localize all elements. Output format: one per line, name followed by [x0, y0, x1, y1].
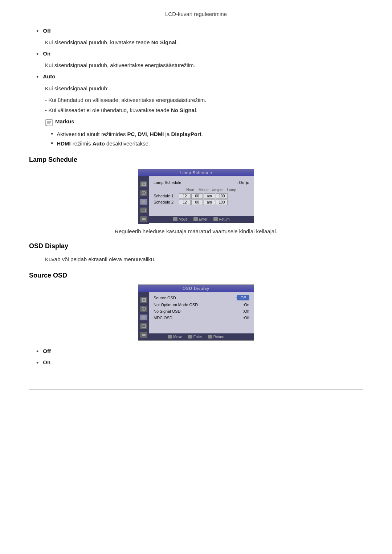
- osd-sidebar-icon-2: [140, 306, 147, 312]
- osd-sidebar-icon-5: [140, 332, 147, 338]
- osd-mdc-row: MDC OSD : Off: [154, 315, 249, 321]
- lamp-sidebar-icon-4: [140, 208, 147, 213]
- lamp-footer-move: Move: [173, 217, 187, 221]
- auto-label: Auto: [43, 73, 55, 80]
- osd-not-optimum-label: Not Optimum Mode OSD: [154, 303, 243, 307]
- lamp-sched2-ampm: am: [204, 200, 215, 205]
- on-description: Kui sisendsignaal puudub, aktiveeritakse…: [45, 61, 363, 70]
- lamp-sched1-min: 00: [191, 193, 203, 199]
- osd-sidebar: [138, 295, 149, 340]
- osd-sidebar-icon-1: [140, 297, 147, 303]
- lamp-content: Lamp Schedule : On ▶ Hour Minute am/pm L…: [149, 176, 254, 216]
- lamp-sched1-hour: 12: [179, 193, 191, 199]
- osd-footer: Move Enter Return: [138, 333, 254, 340]
- off-label-2: Off: [43, 347, 51, 355]
- sub-dot-1: •: [51, 130, 53, 138]
- osd-no-signal-row: No Signal OSD : Off: [154, 308, 249, 315]
- on-label-2: On: [43, 358, 50, 366]
- off-description: Kui sisendsignaal puudub, kuvatakse tead…: [45, 38, 363, 47]
- bullet-dot-auto: •: [36, 73, 38, 82]
- lamp-menu-label: Lamp Schedule: [154, 180, 235, 185]
- auto-dash1: - Kui ühendatud on välisseade, aktiveeri…: [45, 96, 363, 104]
- lamp-sidebar-icon-5: [140, 216, 147, 222]
- osd-enter-label: Enter: [193, 335, 202, 339]
- lamp-desc: Reguleerib heleduse kasutaja määratud vä…: [29, 228, 363, 234]
- osd-title-bar: OSD Display: [138, 285, 254, 292]
- note-title: Märkus: [55, 118, 74, 124]
- lamp-return-icon: [213, 217, 218, 221]
- lamp-sched1-lamp: 100: [216, 193, 228, 199]
- lamp-col-ampm: am/pm: [211, 188, 225, 192]
- page-title: LCD-kuvari reguleerimine: [29, 11, 363, 17]
- lamp-schedule-heading: Lamp Schedule: [29, 156, 363, 164]
- osd-no-signal-value: Off: [244, 309, 249, 313]
- svg-point-16: [142, 316, 146, 319]
- osd-no-signal-label: No Signal OSD: [154, 309, 243, 313]
- osd-content: Source OSD : Off Not Optimum Mode OSD : …: [149, 292, 254, 333]
- lamp-return-label: Return: [219, 217, 230, 221]
- lamp-sidebar-icon-3: [140, 199, 147, 205]
- lamp-sched2-min: 00: [191, 200, 203, 205]
- osd-footer-move: Move: [168, 335, 182, 339]
- lamp-sched2-label: Schedule 2: [154, 200, 179, 204]
- lamp-footer: Move Enter Return: [149, 216, 254, 223]
- osd-screenshot: OSD Display: [138, 284, 254, 341]
- lamp-header-row: Hour Minute am/pm Lamp: [157, 187, 249, 193]
- osd-enter-icon: [188, 335, 192, 338]
- lamp-sched1-ampm: am: [204, 193, 215, 199]
- osd-sidebar-icon-3: [140, 315, 147, 320]
- osd-source-row: Source OSD : Off: [154, 294, 249, 301]
- lamp-sched2-lamp: 100: [216, 200, 228, 205]
- osd-not-optimum-row: Not Optimum Mode OSD : On: [154, 301, 249, 308]
- bullet-auto: • Auto: [36, 73, 363, 82]
- lamp-menu-value: : On: [237, 180, 244, 185]
- lamp-arrow: ▶: [246, 180, 249, 185]
- note-block: Märkus: [45, 118, 363, 127]
- osd-mdc-label: MDC OSD: [154, 316, 243, 320]
- bullet-dot-off: •: [36, 27, 38, 36]
- sub-text-2: HDMI-režiimis Auto desaktiveeritakse.: [57, 140, 150, 148]
- svg-point-8: [142, 200, 146, 204]
- svg-point-5: [143, 183, 145, 185]
- lamp-sidebar: [138, 179, 149, 224]
- on-label: On: [43, 50, 50, 57]
- osd-sidebar-icon-4: [140, 323, 147, 329]
- svg-rect-17: [142, 325, 146, 328]
- bullet-dot-on: •: [36, 50, 38, 59]
- sub-bullet-2: • HDMI-režiimis Auto desaktiveeritakse.: [51, 140, 363, 148]
- off-label: Off: [43, 27, 51, 34]
- lamp-move-icon: [173, 217, 177, 221]
- sub-text-1: Aktiveeritud ainult režiimides PC, DVI, …: [57, 130, 203, 139]
- lamp-screenshot: Lamp Schedule: [138, 169, 254, 223]
- lamp-footer-return: Return: [213, 217, 230, 221]
- osd-return-label: Return: [213, 335, 224, 339]
- sub-bullet-1: • Aktiveeritud ainult režiimides PC, DVI…: [51, 130, 363, 139]
- svg-point-13: [143, 299, 145, 301]
- bullet-off-2: • Off: [36, 347, 363, 356]
- osd-display-heading: OSD Display: [29, 242, 363, 250]
- osd-screenshot-container: OSD Display: [29, 284, 363, 341]
- svg-rect-19: [142, 334, 146, 336]
- bottom-divider: [29, 389, 363, 390]
- lamp-col-hour: Hour: [183, 188, 197, 192]
- lamp-schedule1-row: Schedule 1 12 00 am 100: [154, 193, 249, 199]
- lamp-sidebar-icon-1: [140, 181, 147, 187]
- osd-footer-enter: Enter: [188, 335, 202, 339]
- no-signal-bold-1: No Signal: [151, 39, 176, 45]
- lamp-screenshot-container: Lamp Schedule: [29, 169, 363, 223]
- lamp-footer-enter: Enter: [193, 217, 208, 221]
- osd-move-label: Move: [173, 335, 182, 339]
- osd-not-optimum-value: On: [244, 303, 249, 307]
- bullet-on-2: • On: [36, 358, 363, 368]
- lamp-col-lamp: Lamp: [225, 188, 238, 192]
- lamp-enter-icon: [193, 217, 198, 221]
- top-divider: [29, 20, 363, 20]
- lamp-col-minute: Minute: [197, 188, 211, 192]
- bullet-dot-on-2: •: [36, 358, 38, 368]
- bullet-on: • On: [36, 50, 363, 59]
- lamp-inner: Lamp Schedule : On ▶ Hour Minute am/pm L…: [149, 176, 254, 223]
- svg-rect-11: [142, 218, 146, 220]
- auto-dash2: - Kui välisseadet ei ole ühendatud, kuva…: [45, 106, 363, 115]
- sub-dot-2: •: [51, 140, 53, 147]
- source-osd-heading: Source OSD: [29, 272, 363, 279]
